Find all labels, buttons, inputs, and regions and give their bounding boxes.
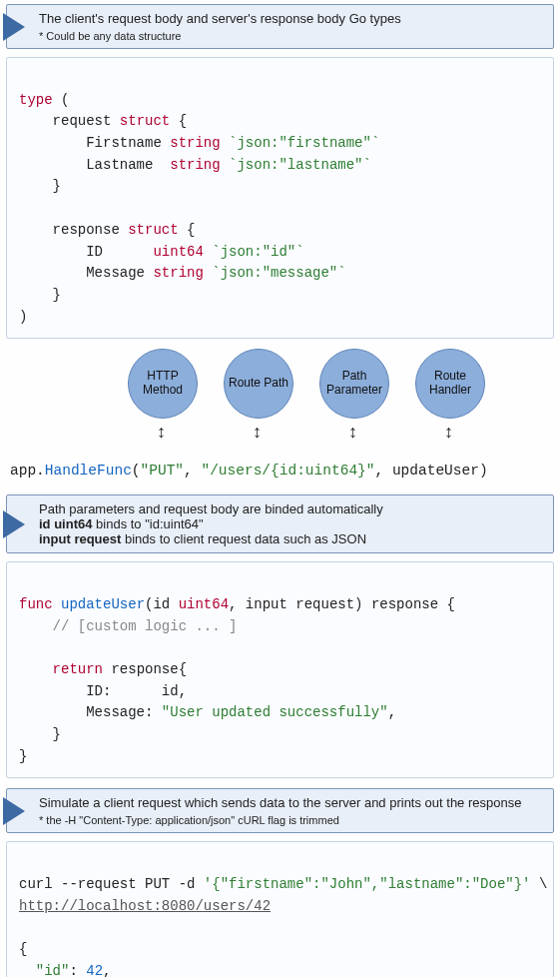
bubble-route-path: Route Path (224, 349, 293, 419)
bubble-route-handler: Route Handler (415, 349, 485, 419)
code-token: "PUT" (141, 463, 185, 479)
code-token: Lastname (19, 157, 170, 173)
code-token: { (179, 222, 196, 238)
code-line: } (19, 287, 61, 303)
code-token: Message: (19, 704, 162, 720)
callout-arrow-icon (3, 510, 25, 538)
code-token: response (19, 222, 128, 238)
code-line: { (19, 941, 27, 957)
callout-arrow-icon (3, 797, 25, 825)
code-block-types: type ( request struct { Firstname string… (6, 57, 554, 339)
code-token: , (388, 704, 396, 720)
code-token: : (69, 963, 86, 977)
code-token: string (170, 157, 220, 173)
callout-bold: input request (39, 531, 121, 546)
code-token: `json:"lastname"` (229, 157, 371, 173)
code-token: http: (19, 898, 61, 914)
code-token (19, 661, 53, 677)
code-token: \ (531, 876, 548, 892)
code-token: , (103, 963, 111, 977)
code-token: { (170, 113, 187, 129)
code-token: response{ (103, 661, 187, 677)
code-token: Message (19, 265, 153, 281)
code-token: "id" (36, 963, 70, 977)
code-token: struct (128, 222, 178, 238)
code-token: '{"firstname":"John","lastname":"Doe"}' (204, 876, 531, 892)
callout-subtitle: * Could be any data structure (39, 30, 543, 42)
code-line: } (19, 178, 61, 194)
code-token: // [custom logic ... ] (53, 618, 238, 634)
code-line: } (19, 748, 27, 764)
code-token: HandleFunc (45, 463, 132, 479)
code-token (19, 963, 36, 977)
code-token (221, 157, 229, 173)
code-token: string (153, 265, 203, 281)
code-block-handler: func updateUser(id uint64, input request… (6, 561, 554, 778)
code-token (53, 596, 61, 612)
callout-arrow-icon (3, 13, 25, 41)
code-token: type (19, 92, 53, 108)
callout-curl: Simulate a client request which sends da… (6, 788, 554, 833)
updown-arrow-icon: ↕ (253, 423, 262, 441)
code-token: "User updated successfully" (162, 704, 388, 720)
callout-text: binds to "id:uint64" (92, 516, 203, 531)
callout-title: The client's request body and server's r… (39, 11, 543, 26)
bubble-http-method: HTTP Method (128, 349, 198, 419)
callout-line: input request binds to client request da… (39, 531, 543, 546)
callout-types: The client's request body and server's r… (6, 4, 554, 49)
route-diagram: HTTP Method Route Path Path Parameter Ro… (6, 349, 554, 459)
code-token: uint64 (153, 244, 203, 260)
code-token: (id (145, 596, 179, 612)
code-token: , input request) response { (229, 596, 455, 612)
code-token: ( (132, 463, 141, 479)
callout-bold: id uint64 (39, 516, 92, 531)
code-token: func (19, 596, 53, 612)
code-block-curl: curl --request PUT -d '{"firstname":"Joh… (6, 841, 554, 977)
code-token (19, 618, 53, 634)
code-token (204, 265, 212, 281)
code-token: , updateUser) (374, 463, 487, 479)
code-line-handlefunc: app.HandleFunc("PUT", "/users/{id:uint64… (6, 459, 554, 483)
code-token (204, 244, 212, 260)
updown-arrow-icon: ↕ (348, 423, 357, 441)
callout-text: binds to client request data such as JSO… (121, 531, 366, 546)
code-line: ) (19, 309, 27, 325)
code-line: } (19, 726, 61, 742)
code-token: `json:"firstname"` (229, 135, 379, 151)
callout-title: Simulate a client request which sends da… (39, 795, 543, 810)
updown-arrow-icon: ↕ (444, 423, 453, 441)
code-token: return (53, 661, 103, 677)
code-token: "/users/{id:uint64}" (201, 463, 374, 479)
code-token: Firstname (19, 135, 170, 151)
code-token: app. (10, 463, 45, 479)
bubble-path-parameter: Path Parameter (319, 349, 389, 419)
code-token: curl --request PUT -d (19, 876, 204, 892)
code-token: ID (19, 244, 153, 260)
code-token: struct (120, 113, 170, 129)
code-token (221, 135, 229, 151)
code-token: request (19, 113, 120, 129)
code-token: ( (53, 92, 70, 108)
code-line: ID: id, (19, 683, 187, 699)
callout-line: Path parameters and request body are bin… (39, 501, 543, 516)
callout-line: id uint64 binds to "id:uint64" (39, 516, 543, 531)
code-token: `json:"message"` (212, 265, 345, 281)
code-token: `json:"id"` (212, 244, 303, 260)
code-token: string (170, 135, 220, 151)
callout-subtitle: * the -H "Content-Type: application/json… (39, 814, 543, 826)
code-token: 42 (86, 963, 103, 977)
updown-arrow-icon: ↕ (157, 423, 166, 441)
code-token: //localhost:8080/users/42 (61, 898, 271, 914)
callout-binding: Path parameters and request body are bin… (6, 494, 554, 553)
code-token: , (184, 463, 201, 479)
code-token: updateUser (61, 596, 145, 612)
code-token: uint64 (179, 596, 229, 612)
